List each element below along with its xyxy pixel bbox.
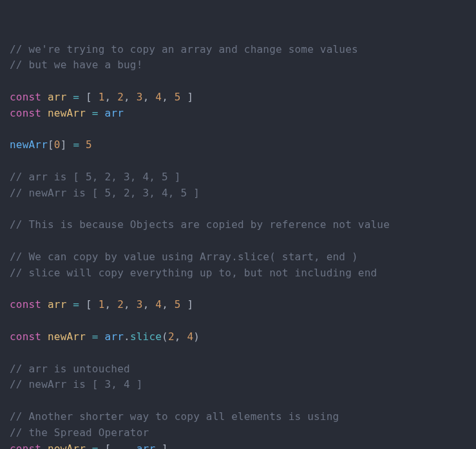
comma: , xyxy=(124,91,130,103)
op-assign: = xyxy=(92,107,99,119)
num: 0 xyxy=(54,139,61,151)
num: 2 xyxy=(117,91,124,103)
bracket-open: [ xyxy=(48,139,54,151)
bracket-close: ] xyxy=(162,443,168,449)
num: 2 xyxy=(168,330,175,343)
keyword-const: const xyxy=(10,91,41,103)
comma: , xyxy=(124,298,130,310)
bracket-open: [ xyxy=(105,443,111,449)
bracket-open: [ xyxy=(86,298,92,310)
dot: . xyxy=(124,330,130,343)
num: 5 xyxy=(175,298,181,310)
comment-line: // Another shorter way to copy all eleme… xyxy=(10,410,339,423)
ident-newarr: newArr xyxy=(10,139,48,151)
op-assign: = xyxy=(73,298,79,310)
comma: , xyxy=(175,330,181,343)
keyword-const: const xyxy=(10,107,41,119)
comment-line: // newArr is [ 5, 2, 3, 4, 5 ] xyxy=(10,187,200,199)
num: 1 xyxy=(99,298,105,310)
keyword-const: const xyxy=(10,330,41,343)
bracket-close: ] xyxy=(187,298,194,310)
var-newarr: newArr xyxy=(48,107,86,119)
ident-arr: arr xyxy=(105,330,124,343)
comma: , xyxy=(105,91,111,103)
comma: , xyxy=(143,91,149,103)
comma: , xyxy=(162,298,168,310)
comma: , xyxy=(162,91,168,103)
op-assign: = xyxy=(73,91,79,103)
paren-open: ( xyxy=(162,330,168,343)
num: 5 xyxy=(86,139,92,151)
num: 4 xyxy=(187,330,193,343)
num: 1 xyxy=(99,91,105,103)
comma: , xyxy=(105,298,111,310)
comment-line: // slice will copy everything up to, but… xyxy=(10,267,377,279)
comment-line: // we're trying to copy an array and cha… xyxy=(10,43,358,55)
method-slice: slice xyxy=(130,330,162,343)
num: 3 xyxy=(137,91,143,103)
var-arr: arr xyxy=(48,91,67,103)
op-assign: = xyxy=(92,443,99,449)
keyword-const: const xyxy=(10,443,41,449)
code-block: // we're trying to copy an array and cha… xyxy=(10,42,466,449)
comment-line: // the Spread Operator xyxy=(10,426,149,439)
comma: , xyxy=(143,298,149,310)
num: 4 xyxy=(155,298,162,310)
comment-line: // arr is [ 5, 2, 3, 4, 5 ] xyxy=(10,171,181,183)
comment-line: // We can copy by value using Array.slic… xyxy=(10,251,358,263)
bracket-close: ] xyxy=(187,91,194,103)
ident-arr: arr xyxy=(137,443,156,449)
var-newarr: newArr xyxy=(48,330,86,343)
num: 2 xyxy=(117,298,124,310)
num: 3 xyxy=(137,298,143,310)
comment-line: // arr is untouched xyxy=(10,363,130,375)
num: 4 xyxy=(155,91,162,103)
op-assign: = xyxy=(92,330,99,343)
bracket-close: ] xyxy=(61,139,67,151)
comment-line: // newArr is [ 3, 4 ] xyxy=(10,378,143,390)
comment-line: // but we have a bug! xyxy=(10,59,143,71)
comment-line: // This is because Objects are copied by… xyxy=(10,218,390,231)
num: 5 xyxy=(175,91,181,103)
spread-operator: ... xyxy=(117,443,137,449)
var-arr: arr xyxy=(48,298,67,310)
ident-arr: arr xyxy=(105,107,124,119)
keyword-const: const xyxy=(10,298,41,310)
paren-close: ) xyxy=(193,330,200,343)
var-newarr: newArr xyxy=(48,443,86,449)
op-assign: = xyxy=(73,139,79,151)
bracket-open: [ xyxy=(86,91,92,103)
